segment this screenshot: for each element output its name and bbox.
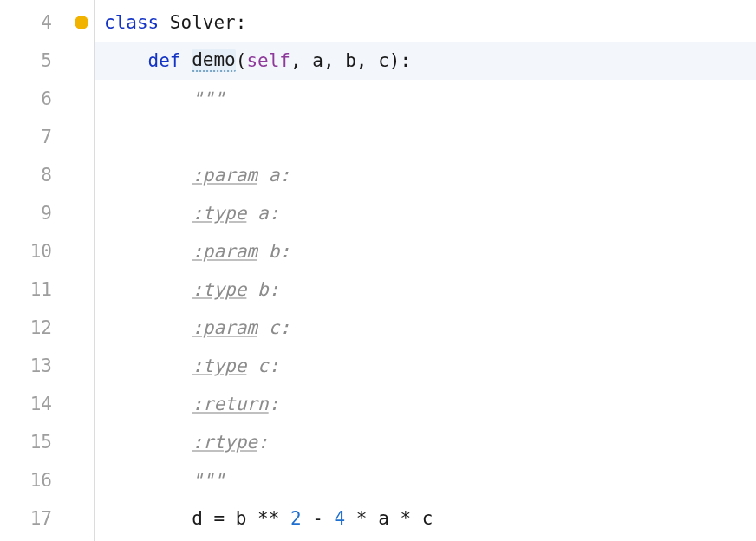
line-number-text: 11 (30, 279, 52, 300)
number-literal: 2 (290, 508, 302, 529)
code-line[interactable]: :type a: (95, 194, 756, 232)
line-number-text: 6 (41, 88, 52, 109)
docstring-tag: :type (192, 279, 246, 300)
docstring-tag: :param (192, 165, 257, 186)
line-number-text: 5 (41, 50, 52, 71)
indent (104, 432, 192, 453)
docstring-text: c: (246, 355, 279, 376)
function-name: demo (192, 49, 236, 72)
line-number[interactable]: 10 (0, 232, 94, 270)
line-number[interactable]: 12 (0, 309, 94, 347)
line-number-text: 13 (30, 355, 52, 376)
docstring-text: a: (246, 203, 279, 224)
warning-marker-icon[interactable] (75, 16, 88, 29)
code-line[interactable]: :type b: (95, 270, 756, 309)
params: , a, b, c): (290, 50, 411, 71)
indent (104, 241, 192, 262)
code-line[interactable]: class Solver: (95, 3, 756, 42)
line-number[interactable]: 8 (0, 156, 94, 194)
line-number[interactable]: 9 (0, 194, 94, 232)
docstring-text: b: (246, 279, 279, 300)
indent (104, 165, 192, 186)
docstring-tag: :type (192, 355, 246, 376)
line-number-text: 9 (41, 203, 52, 224)
indent (104, 355, 192, 376)
docstring-quote: """ (192, 88, 225, 109)
line-number[interactable]: 13 (0, 347, 94, 385)
keyword-def: def (148, 50, 181, 71)
docstring-text: : (257, 432, 269, 453)
code-line[interactable]: :type c: (95, 347, 756, 385)
indent (104, 50, 148, 71)
code-line[interactable]: :param a: (95, 156, 756, 194)
line-number-text: 12 (30, 317, 52, 338)
code-line[interactable]: """ (95, 461, 756, 499)
code-line[interactable]: :param b: (95, 232, 756, 270)
code-line[interactable]: d = b ** 2 - 4 * a * c (95, 499, 756, 538)
docstring-text: a: (257, 165, 290, 186)
code-line[interactable]: :rtype: (95, 423, 756, 461)
docstring-text: c: (257, 317, 290, 338)
indent (104, 394, 192, 414)
code-text: * a * c (345, 508, 433, 529)
docstring-tag: :param (192, 241, 257, 262)
docstring-quote: """ (192, 470, 225, 491)
line-number[interactable]: 15 (0, 423, 94, 461)
line-number[interactable]: 16 (0, 461, 94, 499)
indent (104, 88, 192, 109)
docstring-tag: :return (192, 394, 269, 414)
indent (104, 279, 192, 300)
line-number-text: 4 (41, 12, 52, 33)
line-number-text: 14 (30, 394, 52, 414)
indent (104, 508, 192, 529)
line-number[interactable]: 11 (0, 270, 94, 309)
number-literal: 4 (335, 508, 346, 529)
line-number[interactable]: 17 (0, 499, 94, 538)
line-number-text: 7 (41, 127, 52, 147)
line-number-text: 17 (30, 508, 52, 529)
paren-open: ( (236, 50, 247, 71)
code-line-current[interactable]: def demo(self, a, b, c): (95, 42, 756, 80)
docstring-text: b: (257, 241, 290, 262)
indent (104, 317, 192, 338)
docstring-text: : (269, 394, 280, 414)
keyword-class: class (104, 12, 159, 33)
line-number-text: 15 (30, 432, 52, 453)
code-editor: 4 5 6 7 8 9 10 11 12 13 14 15 16 17 clas… (0, 0, 756, 541)
code-text: - (302, 508, 335, 529)
indent (104, 203, 192, 224)
line-number[interactable]: 6 (0, 80, 94, 118)
code-line[interactable]: """ (95, 80, 756, 118)
docstring-tag: :rtype (192, 432, 257, 453)
line-number-text: 10 (30, 241, 52, 262)
docstring-tag: :type (192, 203, 246, 224)
line-number[interactable]: 7 (0, 118, 94, 156)
code-line[interactable]: :return: (95, 385, 756, 423)
space (181, 50, 192, 71)
line-number-text: 16 (30, 470, 52, 491)
line-number[interactable]: 5 (0, 42, 94, 80)
line-number[interactable]: 4 (0, 3, 94, 42)
code-line[interactable] (95, 118, 756, 156)
indent (104, 470, 192, 491)
code-area[interactable]: class Solver: def demo(self, a, b, c): "… (95, 0, 756, 541)
keyword-self: self (246, 50, 290, 71)
docstring-tag: :param (192, 317, 257, 338)
gutter: 4 5 6 7 8 9 10 11 12 13 14 15 16 17 (0, 0, 95, 541)
class-name: Solver: (159, 12, 246, 33)
line-number-text: 8 (41, 165, 52, 186)
code-text: d = b ** (192, 508, 290, 529)
code-line[interactable]: :param c: (95, 309, 756, 347)
line-number[interactable]: 14 (0, 385, 94, 423)
